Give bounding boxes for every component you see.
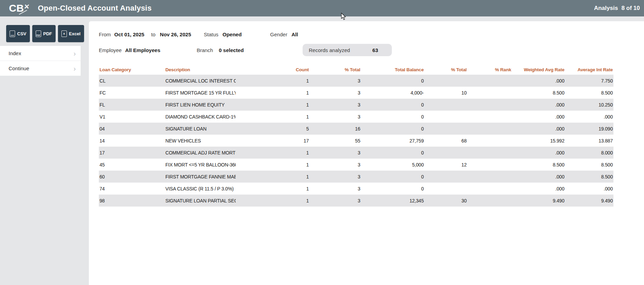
table-cell: 10.250: [565, 102, 613, 108]
gender-select[interactable]: All: [291, 32, 298, 37]
table-cell: 3: [309, 114, 361, 120]
table-row: 74VISA CLASSIC (R 11.5 / P 3.0%)130.000.…: [99, 183, 613, 195]
to-label: to: [151, 32, 156, 37]
table-header-cell: % Total: [309, 67, 361, 72]
table-header-cell: Description: [165, 67, 236, 72]
table-cell: FIX MORT <=5 YR BALLOON-360: [165, 162, 236, 168]
table-header-row: Loan CategoryDescriptionCount% TotalTota…: [99, 64, 613, 75]
records-analyzed-label: Records analyzed: [309, 47, 350, 53]
csv-file-icon: csv: [10, 30, 15, 37]
table-cell: 5: [236, 126, 309, 132]
table-cell: FIRST MORTGAGE FANNIE MAE: [165, 174, 236, 179]
table-cell: FC: [99, 90, 165, 96]
sidebar-item-index[interactable]: Index ›: [0, 46, 81, 61]
table-body: CLCOMMERCIAL LOC INTEREST ONLY130.0007.7…: [99, 75, 613, 207]
table-cell: 3: [309, 162, 361, 168]
table-header-cell: Total Balance: [361, 67, 424, 72]
filter-row-1: From Oct 01, 2025 to Nov 26, 2025 Status…: [99, 30, 644, 38]
table-header-cell: % Total: [424, 67, 467, 72]
status-label: Status: [204, 32, 219, 37]
table-cell: 12,345: [361, 198, 424, 203]
csv-button-label: CSV: [17, 31, 26, 36]
table-header-cell: Weighted Avg Rate: [512, 67, 565, 72]
table-cell: .000: [565, 186, 613, 191]
table-cell: 98: [99, 198, 165, 203]
filter-row-2: Employee All Employees Branch 0 selected…: [99, 44, 644, 56]
table-cell: 1: [236, 174, 309, 179]
table-cell: 1: [236, 78, 309, 84]
app-window: CB✕ Open-Closed Account Analysis Analysi…: [0, 0, 644, 285]
table-cell: SIGNATURE LOAN: [165, 126, 236, 132]
app-header: CB✕ Open-Closed Account Analysis Analysi…: [0, 0, 644, 16]
table-cell: FIRST MORTGAGE 15 YR FULLY AM: [165, 90, 236, 96]
table-cell: 16: [309, 126, 361, 132]
table-cell: 9.490: [565, 198, 613, 203]
table-row: 98SIGNATURE LOAN PARTIAL SECURED1312,345…: [99, 195, 613, 207]
sidebar-item-continue-label: Continue: [9, 65, 29, 71]
table-cell: 0: [361, 186, 424, 191]
table-cell: 0: [361, 78, 424, 84]
table-cell: CL: [99, 78, 165, 84]
filter-bar: From Oct 01, 2025 to Nov 26, 2025 Status…: [89, 30, 644, 56]
table-cell: DIAMOND CASHBACK CARD-1% REPAY: [165, 114, 236, 120]
pdf-export-button[interactable]: PDF PDF: [32, 25, 56, 42]
table-cell: 17: [236, 138, 309, 144]
to-date-field[interactable]: Nov 26, 2025: [160, 32, 191, 37]
table-cell: 1: [236, 150, 309, 156]
page-title: Open-Closed Account Analysis: [38, 4, 152, 13]
excel-button-label: Excel: [69, 31, 81, 36]
table-cell: SIGNATURE LOAN PARTIAL SECURED: [165, 198, 236, 203]
app-logo: CB✕: [9, 3, 30, 13]
table-header-cell: Loan Category: [99, 67, 165, 72]
from-date-field[interactable]: Oct 01, 2025: [114, 32, 144, 37]
table-row: CLCOMMERCIAL LOC INTEREST ONLY130.0007.7…: [99, 75, 613, 87]
table-header-cell: Average Int Rate: [565, 67, 613, 72]
table-cell: 30: [424, 198, 467, 203]
table-cell: 8.500: [565, 90, 613, 96]
sidebar-item-continue[interactable]: Continue ›: [0, 61, 81, 76]
table-row: V1DIAMOND CASHBACK CARD-1% REPAY130.000.…: [99, 111, 613, 123]
table-cell: 3: [309, 102, 361, 108]
export-button-row: csv CSV PDF PDF x Excel: [6, 25, 89, 42]
chevron-right-icon: ›: [73, 50, 76, 57]
records-analyzed-value: 63: [372, 47, 378, 53]
table-cell: COMMERCIAL ADJ RATE MORTGAGE: [165, 150, 236, 156]
table-cell: 1: [236, 162, 309, 168]
table-cell: .000: [565, 114, 613, 120]
table-row: 60FIRST MORTGAGE FANNIE MAE130.0008.500: [99, 171, 613, 183]
table-cell: 3: [309, 78, 361, 84]
table-row: FLFIRST LIEN HOME EQUITY130.00010.250: [99, 99, 613, 111]
table-cell: 3: [309, 90, 361, 96]
excel-export-button[interactable]: x Excel: [58, 25, 84, 42]
chevron-right-icon: ›: [73, 65, 76, 72]
excel-file-icon: x: [61, 30, 67, 37]
table-cell: 17: [99, 150, 165, 156]
table-row: 45FIX MORT <=5 YR BALLOON-360135,000128.…: [99, 159, 613, 171]
table-row: FCFIRST MORTGAGE 15 YR FULLY AM134,000-1…: [99, 87, 613, 99]
table-cell: 3: [309, 174, 361, 179]
table-cell: 8.500: [565, 174, 613, 179]
table-cell: 9.490: [512, 198, 565, 203]
employee-label: Employee: [99, 47, 122, 53]
table-cell: 55: [309, 138, 361, 144]
table-cell: 1: [236, 102, 309, 108]
analysis-pager-value: 8 of 10: [621, 5, 640, 12]
table-cell: COMMERCIAL LOC INTEREST ONLY: [165, 78, 236, 84]
table-cell: 1: [236, 198, 309, 203]
table-cell: 10: [424, 90, 467, 96]
table-cell: 27,759: [361, 138, 424, 144]
table-cell: 60: [99, 174, 165, 179]
table-cell: 8.000: [565, 150, 613, 156]
table-cell: 0: [361, 174, 424, 179]
table-cell: 4,000-: [361, 90, 424, 96]
branch-select[interactable]: 0 selected: [219, 47, 244, 53]
table-cell: VISA CLASSIC (R 11.5 / P 3.0%): [165, 186, 236, 191]
status-select[interactable]: Opened: [223, 32, 242, 37]
table-cell: NEW VEHICLES: [165, 138, 236, 144]
employee-select[interactable]: All Employees: [125, 47, 161, 53]
table-cell: 0: [361, 126, 424, 132]
main-content: From Oct 01, 2025 to Nov 26, 2025 Status…: [89, 21, 644, 285]
pdf-button-label: PDF: [43, 31, 52, 36]
csv-export-button[interactable]: csv CSV: [6, 25, 30, 42]
table-cell: .000: [512, 78, 565, 84]
